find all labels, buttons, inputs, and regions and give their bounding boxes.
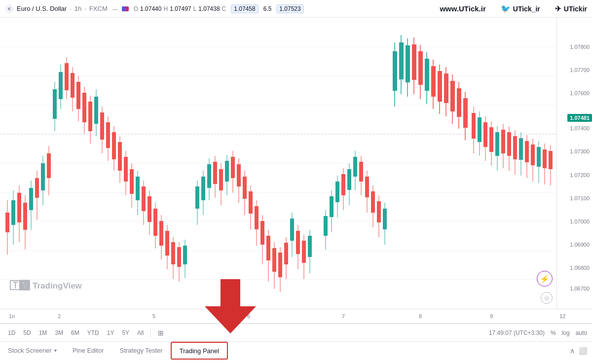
svg-rect-91	[249, 191, 253, 214]
svg-rect-77	[207, 164, 211, 188]
timeframe-1m[interactable]: 1M	[36, 328, 50, 338]
timeframe-1d[interactable]: 1D	[5, 328, 18, 338]
tab-stock-screener[interactable]: Stock Screener ▾	[0, 342, 65, 360]
svg-rect-167	[495, 132, 499, 156]
svg-rect-185	[549, 151, 553, 169]
svg-rect-33	[71, 73, 74, 98]
timeframe-1y[interactable]: 1Y	[104, 328, 117, 338]
timeframe-ytd[interactable]: YTD	[84, 328, 102, 338]
svg-rect-173	[513, 136, 517, 159]
svg-rect-87	[237, 164, 241, 186]
price-level-1: 1.07800	[570, 44, 590, 50]
auto-button[interactable]: auto	[576, 329, 587, 336]
tradingview-logo: 🅃🆅 TradingView	[10, 280, 82, 291]
svg-rect-39	[88, 102, 92, 131]
twitter-icon: 🐦	[501, 4, 511, 13]
stock-screener-chevron: ▾	[54, 348, 57, 353]
svg-rect-155	[457, 88, 461, 117]
tab-pine-editor[interactable]: Pine Editor	[65, 342, 112, 360]
svg-rect-89	[243, 177, 247, 199]
chart-area[interactable]: 1.07800 1.07700 1.07600 1.07400 1.07300 …	[0, 18, 592, 309]
tabs-right: ∧ ⬜	[570, 342, 592, 360]
tab-trading-panel[interactable]: Trading Panel	[171, 342, 228, 360]
target-button[interactable]: ◎	[541, 292, 553, 304]
pct-button[interactable]: %	[551, 329, 556, 336]
svg-rect-129	[371, 191, 375, 213]
svg-rect-163	[483, 122, 487, 147]
telegram-link[interactable]: ✈ UTickir	[555, 4, 587, 13]
low-value: 1.07438	[198, 5, 220, 12]
calendar-icon-button[interactable]: ⊞	[155, 328, 167, 338]
tab-strategy-tester[interactable]: Strategy Tester	[111, 342, 170, 360]
svg-rect-19	[29, 188, 33, 210]
svg-rect-125	[359, 162, 363, 182]
svg-rect-55	[136, 177, 140, 200]
timeframe-all[interactable]: All	[134, 328, 147, 338]
svg-rect-127	[365, 177, 369, 197]
svg-rect-43	[100, 112, 104, 140]
svg-rect-147	[431, 66, 436, 97]
svg-rect-145	[425, 59, 429, 91]
chart-svg	[0, 18, 556, 309]
svg-rect-175	[519, 138, 523, 160]
svg-rect-81	[219, 169, 223, 190]
svg-rect-35	[76, 82, 80, 109]
twitter-link[interactable]: 🐦 UTick_ir	[501, 4, 540, 13]
timeframe-6m[interactable]: 6M	[68, 328, 82, 338]
svg-rect-53	[130, 169, 134, 194]
svg-rect-99	[272, 248, 276, 272]
svg-rect-41	[94, 97, 98, 124]
svg-rect-169	[501, 130, 505, 153]
svg-rect-63	[159, 221, 163, 246]
svg-rect-51	[124, 157, 128, 182]
time-label-6: 6	[247, 313, 250, 319]
svg-rect-149	[438, 71, 442, 102]
svg-rect-79	[213, 162, 217, 184]
candles-container[interactable]	[0, 18, 556, 309]
svg-rect-21	[35, 178, 39, 198]
svg-rect-95	[260, 221, 264, 245]
price-level-11: 1.06700	[570, 286, 590, 291]
restore-button[interactable]: ⬜	[579, 347, 587, 355]
top-bar: € Euro / U.S. Dollar · 1h · FXCM — O 1.0…	[0, 0, 592, 18]
svg-rect-119	[341, 174, 345, 195]
website-info: www.UTick.ir 🐦 UTick_ir ✈ UTickir	[440, 4, 587, 13]
svg-rect-17	[23, 203, 27, 230]
current-price-badge: 1.07481	[567, 114, 592, 122]
timeframe-5d[interactable]: 5D	[20, 328, 34, 338]
svg-rect-117	[335, 182, 339, 202]
timeframe-5y[interactable]: 5Y	[119, 328, 132, 338]
svg-rect-67	[171, 242, 175, 264]
svg-rect-109	[302, 241, 306, 263]
broker-label: FXCM	[89, 5, 108, 12]
timeframe-3m[interactable]: 3M	[52, 328, 66, 338]
price-level-5: 1.07300	[570, 148, 590, 154]
svg-rect-45	[106, 122, 110, 148]
svg-rect-85	[231, 157, 235, 178]
toolbar-separator	[150, 328, 151, 337]
price-tag-1[interactable]: 1.07458	[231, 4, 258, 13]
timeframe-label: 1h	[74, 5, 81, 12]
website-url: www.UTick.ir	[440, 4, 485, 13]
price-level-9: 1.06900	[570, 242, 590, 248]
time-label-7: 7	[342, 313, 345, 319]
separator-dot2: ·	[84, 5, 86, 12]
time-label-8: 8	[419, 313, 422, 319]
symbol-info: € Euro / U.S. Dollar · 1h · FXCM —	[5, 4, 129, 13]
high-label: H	[163, 5, 168, 12]
symbol-name: Euro / U.S. Dollar	[17, 5, 67, 12]
svg-rect-75	[201, 177, 205, 200]
svg-rect-29	[59, 72, 63, 99]
spread-value: 6.5	[263, 5, 272, 12]
high-value: 1.07497	[170, 5, 191, 12]
price-tag-2[interactable]: 1.07523	[276, 4, 303, 13]
svg-rect-25	[47, 153, 51, 178]
up-arrow-button[interactable]: ∧	[570, 347, 575, 355]
low-label: L	[193, 5, 197, 12]
open-label: O	[134, 5, 138, 12]
price-level-8: 1.07000	[570, 218, 590, 224]
flash-button[interactable]: ⚡	[537, 271, 553, 287]
log-button[interactable]: log	[562, 329, 570, 336]
svg-rect-165	[489, 127, 493, 152]
bottom-toolbar: 1D 5D 1M 3M 6M YTD 1Y 5Y All ⊞ 17:49:07 …	[0, 324, 592, 341]
